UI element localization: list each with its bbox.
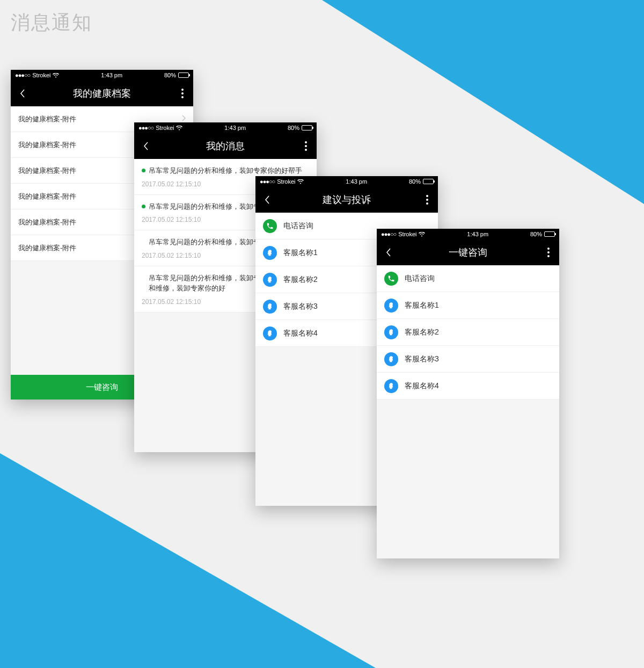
status-bar: ●●●○○ Strokei 1:43 pm 80%	[11, 70, 193, 81]
unread-dot-icon	[142, 169, 145, 172]
carrier-label: Strokei	[398, 231, 416, 237]
wifi-icon	[176, 126, 182, 130]
navbar: 我的健康档案	[11, 81, 193, 106]
contact-label: 客服名称1	[283, 248, 318, 258]
contact-item[interactable]: 客服名称4	[377, 373, 559, 400]
status-bar: ●●●○○ Strokei 1:43 pm 80%	[255, 176, 438, 187]
nav-title: 建议与投诉	[255, 193, 438, 206]
qq-icon	[263, 300, 277, 314]
contact-item[interactable]: 客服名称2	[377, 319, 559, 346]
navbar: 一键咨询	[377, 239, 559, 265]
carrier-label: Strokei	[277, 178, 295, 185]
contact-item[interactable]: 客服名称1	[377, 292, 559, 319]
back-button[interactable]	[141, 141, 151, 151]
chevron-right-icon	[181, 115, 186, 123]
nav-title: 一键咨询	[377, 246, 559, 259]
signal-dots-icon: ●●●○○	[381, 231, 396, 237]
more-button[interactable]	[544, 239, 553, 265]
status-time: 1:43 pm	[224, 125, 246, 131]
message-title: 吊车常见问题的分析和维修，装卸专家你的好帮手	[149, 165, 302, 176]
back-button[interactable]	[17, 88, 28, 99]
navbar: 建议与投诉	[255, 187, 438, 213]
background-triangle-top	[322, 0, 644, 204]
carrier-label: Strokei	[32, 72, 50, 78]
battery-percent: 80%	[530, 231, 542, 237]
contact-label: 电话咨询	[283, 221, 313, 231]
list-item-label: 我的健康档案-附件	[18, 114, 76, 124]
battery-percent: 80%	[288, 125, 299, 131]
list-item-label: 我的健康档案-附件	[18, 166, 76, 176]
qq-icon	[384, 352, 398, 366]
contact-label: 客服名称4	[283, 329, 318, 338]
contact-label: 客服名称1	[405, 301, 439, 310]
nav-title: 我的健康档案	[11, 87, 193, 100]
signal-dots-icon: ●●●○○	[260, 178, 275, 185]
page-title: 消息通知	[11, 10, 92, 36]
phone-body: 电话咨询客服名称1客服名称2客服名称3客服名称4	[377, 265, 559, 558]
more-button[interactable]	[178, 81, 187, 106]
status-time: 1:43 pm	[346, 178, 367, 185]
message-title: 吊车常见问题的分析和维修，装卸专	[149, 201, 260, 212]
battery-icon	[544, 231, 555, 237]
status-time: 1:43 pm	[467, 231, 488, 237]
nav-title: 我的消息	[134, 140, 317, 153]
contact-label: 客服名称2	[283, 275, 318, 285]
phone-screen-consult: ●●●○○ Strokei 1:43 pm 80% 一键咨询 电话咨询客服名称1…	[377, 229, 559, 558]
status-time: 1:43 pm	[101, 72, 122, 78]
wifi-icon	[53, 73, 59, 78]
contact-label: 客服名称3	[405, 354, 439, 364]
qq-icon	[384, 379, 398, 393]
qq-icon	[263, 246, 277, 260]
battery-icon	[423, 179, 434, 184]
battery-icon	[178, 72, 189, 78]
more-button[interactable]	[423, 187, 431, 213]
qq-icon	[384, 325, 398, 339]
contact-label: 客服名称4	[405, 381, 439, 391]
contact-item[interactable]: 客服名称3	[377, 346, 559, 373]
contact-label: 电话咨询	[405, 274, 435, 284]
navbar: 我的消息	[134, 133, 317, 159]
qq-icon	[263, 326, 277, 340]
wifi-icon	[297, 179, 304, 184]
unread-dot-icon	[142, 205, 145, 208]
wifi-icon	[419, 232, 425, 237]
back-button[interactable]	[262, 194, 273, 205]
more-button[interactable]	[302, 133, 310, 159]
contact-label: 客服名称2	[405, 328, 439, 337]
status-bar: ●●●○○ Strokei 1:43 pm 80%	[377, 229, 559, 239]
battery-icon	[302, 125, 312, 130]
back-button[interactable]	[383, 247, 394, 258]
battery-percent: 80%	[409, 178, 421, 185]
qq-icon	[263, 273, 277, 287]
signal-dots-icon: ●●●○○	[138, 125, 153, 131]
signal-dots-icon: ●●●○○	[15, 72, 30, 78]
list-item-label: 我的健康档案-附件	[18, 217, 76, 227]
status-bar: ●●●○○ Strokei 1:43 pm 80%	[134, 122, 317, 133]
list-item-label: 我的健康档案-附件	[18, 192, 76, 201]
qq-icon	[384, 299, 398, 313]
phone-icon	[263, 219, 277, 233]
contact-label: 客服名称3	[283, 302, 318, 311]
list-item-label: 我的健康档案-附件	[18, 140, 76, 150]
phone-icon	[384, 272, 398, 286]
contact-item[interactable]: 电话咨询	[377, 265, 559, 292]
battery-percent: 80%	[164, 72, 176, 78]
carrier-label: Strokei	[156, 125, 174, 131]
list-item-label: 我的健康档案-附件	[18, 243, 76, 253]
message-title: 吊车常见问题的分析和维修，装卸专家	[149, 237, 267, 248]
